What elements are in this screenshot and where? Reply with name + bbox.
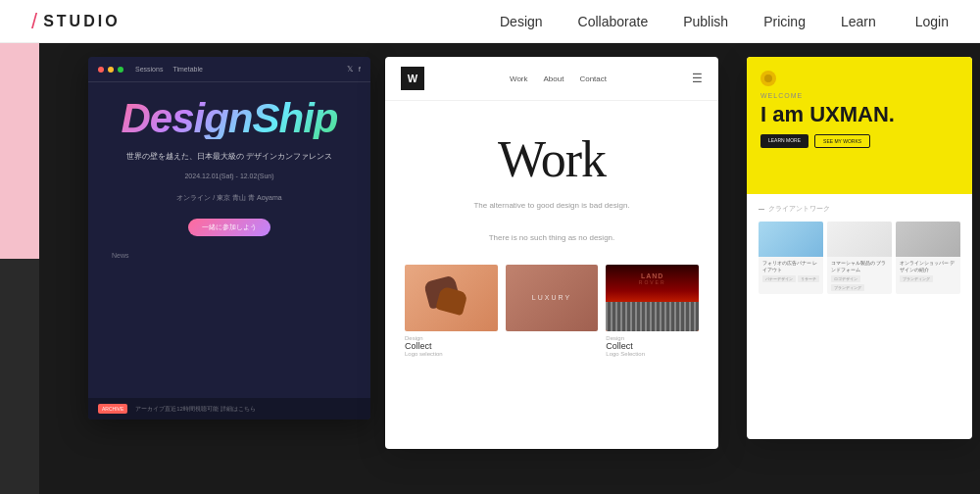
card-1-footer: ARCHIVE アーカイブ直近12時間視聴可能 詳細はこちら: [88, 398, 370, 420]
work-name-3: Collect: [606, 341, 699, 351]
uxman-works-button[interactable]: SEE MY WORKS: [814, 134, 870, 148]
nav-learn[interactable]: Learn: [841, 14, 876, 29]
tab-sessions: Sessions: [135, 66, 163, 73]
work-desc-3: Logo Selection: [606, 351, 699, 357]
card-1-subtitle: 世界の壁を越えた、日本最大級の デザインカンファレンス: [108, 151, 351, 164]
login-button[interactable]: Login: [915, 14, 949, 29]
card-2-body: Work The alternative to good design is b…: [385, 101, 718, 376]
logo-slash-icon: /: [31, 11, 37, 32]
nav-pricing[interactable]: Pricing: [763, 14, 806, 29]
uxman-title: I am UXMAN.: [760, 103, 958, 126]
card-uxman[interactable]: WELCOME I am UXMAN. LEARN MORE SEE MY WO…: [747, 57, 972, 439]
navbar: / STUDIO Design Collaborate Publish Pric…: [0, 0, 980, 43]
chocolate-shape-right: [436, 285, 468, 315]
work-img-chocolate: [405, 265, 498, 331]
w-logo: W: [401, 67, 424, 90]
social-icons: 𝕏 f: [347, 65, 361, 74]
work-subtitle-2: There is no such thing as no design.: [405, 232, 699, 245]
work-label-3: Design Collect Logo Selection: [606, 335, 699, 357]
car-grill: [606, 302, 699, 331]
card-1-cta-button[interactable]: 一緒に参加しよう: [188, 219, 270, 236]
uxman-learn-button[interactable]: LEARN MORE: [760, 134, 808, 148]
card-portfolio[interactable]: W Work About Contact ☰ Work The alternat…: [385, 57, 718, 449]
mini-card-img-2: [827, 222, 892, 257]
left-accent-pink: [0, 43, 39, 259]
car-wrapper: LAND ROVER: [606, 265, 699, 331]
work-subtitle-1: The alternative to good design is bad de…: [405, 200, 699, 213]
work-item-3[interactable]: LAND ROVER Design Collect Logo Selection: [606, 265, 699, 357]
mini-cards-grid: フォリオの広告バナー レイアウト バナーデザイン リサーチ コマーシャル製品の …: [759, 222, 960, 294]
mini-card-label-1: フォリオの広告バナー レイアウト: [762, 260, 819, 273]
facebook-icon: f: [359, 65, 361, 74]
uxman-icon-inner: [764, 74, 772, 82]
mini-tag-2-2: ブランディング: [831, 284, 864, 291]
card2-nav-about[interactable]: About: [544, 74, 564, 83]
card-1-venue: オンライン / 東京 青山 青 Aoyama: [108, 193, 351, 204]
nav-collaborate[interactable]: Collaborate: [578, 14, 649, 29]
mini-card-tags-3: ブランディング: [900, 275, 956, 282]
work-title: Work: [405, 130, 699, 188]
card-1-header: Sessions Timetable 𝕏 f: [88, 57, 370, 82]
card-1-tabs: Sessions Timetable: [135, 66, 203, 73]
work-name-1: Collect: [405, 341, 498, 351]
twitter-icon: 𝕏: [347, 65, 353, 74]
footer-text: アーカイブ直近12時間視聴可能 詳細はこちら: [135, 405, 255, 414]
card-2-header: W Work About Contact ☰: [385, 57, 718, 101]
card-3-buttons: LEARN MORE SEE MY WORKS: [760, 134, 958, 148]
card2-nav-contact[interactable]: Contact: [579, 74, 607, 83]
mini-tag-1-1: バナーデザイン: [762, 275, 796, 282]
tab-timetable: Timetable: [172, 66, 202, 73]
mini-tag-2-1: ロゴデザイン: [831, 275, 860, 282]
mini-card-label-3: オンラインショッパー デザインの紹介: [900, 260, 956, 273]
card-3-header: WELCOME I am UXMAN. LEARN MORE SEE MY WO…: [747, 57, 972, 194]
mini-card-tags-2: ロゴデザイン ブランディング: [831, 275, 888, 291]
uxman-icon: [760, 71, 776, 86]
archive-badge: ARCHIVE: [98, 404, 127, 414]
card-2-nav: Work About Contact: [510, 74, 607, 83]
mini-card-img-3: [896, 222, 960, 257]
nav-links: Design Collaborate Publish Pricing Learn: [500, 14, 876, 29]
nav-design[interactable]: Design: [500, 14, 543, 29]
mini-tag-1-2: リサーチ: [798, 275, 819, 282]
work-item-1[interactable]: Design Collect Logo selection: [405, 265, 498, 357]
work-img-luxury: LUXURY: [506, 265, 599, 331]
mini-card-label-2: コマーシャル製品の ブランドフォーム: [831, 260, 888, 273]
mini-card-text-2: コマーシャル製品の ブランドフォーム ロゴデザイン ブランディング: [827, 257, 892, 294]
content-area: Sessions Timetable 𝕏 f DesignShip 世界の壁を越…: [0, 43, 980, 494]
card-designship[interactable]: Sessions Timetable 𝕏 f DesignShip 世界の壁を越…: [88, 57, 370, 420]
mini-card-tags-1: バナーデザイン リサーチ: [762, 275, 819, 282]
mini-card-2[interactable]: コマーシャル製品の ブランドフォーム ロゴデザイン ブランディング: [827, 222, 892, 294]
nav-publish[interactable]: Publish: [683, 14, 728, 29]
card-1-body: DesignShip 世界の壁を越えた、日本最大級の デザインカンファレンス 2…: [88, 82, 370, 274]
work-desc-1: Logo selection: [405, 351, 498, 357]
showcase: Sessions Timetable 𝕏 f DesignShip 世界の壁を越…: [0, 43, 980, 494]
logo[interactable]: / STUDIO: [31, 11, 121, 32]
designship-title: DesignShip: [108, 98, 351, 139]
logo-text: STUDIO: [43, 13, 120, 30]
mini-card-text-3: オンラインショッパー デザインの紹介 ブランディング: [896, 257, 960, 285]
dot-red: [98, 67, 104, 73]
mini-card-1[interactable]: フォリオの広告バナー レイアウト バナーデザイン リサーチ: [759, 222, 823, 294]
work-label-1: Design Collect Logo selection: [405, 335, 498, 357]
card2-nav-work[interactable]: Work: [510, 74, 528, 83]
dot-yellow: [108, 67, 114, 73]
work-item-2[interactable]: LUXURY: [506, 265, 599, 357]
work-grid: Design Collect Logo selection LUXURY: [405, 265, 699, 357]
mini-card-text-1: フォリオの広告バナー レイアウト バナーデザイン リサーチ: [759, 257, 823, 285]
card-1-date: 2024.12.01(Sat) - 12.02(Sun): [108, 172, 351, 182]
mini-card-img-1: [759, 222, 823, 257]
welcome-text: WELCOME: [760, 92, 958, 99]
card-1-news-label: News: [108, 252, 351, 259]
section-title: クライアントワーク: [759, 204, 960, 214]
hamburger-icon[interactable]: ☰: [692, 72, 703, 85]
work-img-car: LAND ROVER: [606, 265, 699, 331]
dot-green: [118, 67, 123, 73]
mini-card-3[interactable]: オンラインショッパー デザインの紹介 ブランディング: [896, 222, 960, 294]
card-3-body: クライアントワーク フォリオの広告バナー レイアウト バナーデザイン リサーチ: [747, 194, 972, 312]
left-accent-dark: [0, 259, 39, 494]
mini-tag-3-1: ブランディング: [900, 275, 933, 282]
